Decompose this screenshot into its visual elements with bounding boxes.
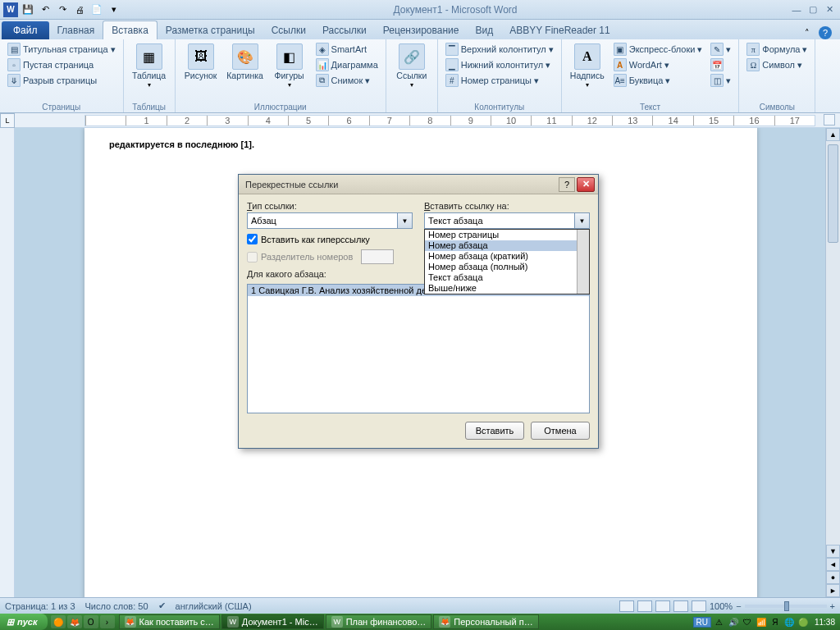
clock[interactable]: 11:38: [815, 618, 835, 627]
minimize-ribbon-icon[interactable]: ˄: [801, 26, 814, 39]
wordart-button[interactable]: AWordArt ▾: [611, 57, 705, 72]
maximize-icon[interactable]: ▢: [806, 4, 820, 16]
insert-as-input[interactable]: [424, 212, 575, 229]
zoom-in-icon[interactable]: +: [830, 601, 835, 611]
dropdown-option[interactable]: Номер страницы: [425, 230, 589, 240]
dropdown-option[interactable]: Номер абзаца (полный): [425, 262, 589, 272]
header-button[interactable]: ▔Верхний колонтитул ▾: [443, 42, 556, 57]
scroll-up-icon[interactable]: ▲: [826, 128, 840, 141]
minimize-icon[interactable]: ―: [789, 4, 804, 16]
dropdown-scrollbar[interactable]: [577, 230, 589, 294]
dialog-close-icon[interactable]: ✕: [577, 177, 595, 192]
type-combo[interactable]: ▼: [247, 212, 413, 229]
print-icon[interactable]: 🖨: [72, 2, 87, 17]
symbol-button[interactable]: ΩСимвол ▾: [744, 57, 810, 72]
dropcap-button[interactable]: A≡Буквица ▾: [611, 73, 705, 88]
tray-icon[interactable]: 🛡: [742, 616, 753, 628]
new-icon[interactable]: 📄: [89, 2, 104, 17]
web-view[interactable]: [655, 600, 670, 612]
clipart-button[interactable]: 🎨Картинка: [225, 42, 266, 101]
ql-icon[interactable]: 🦊: [67, 615, 82, 628]
browse-object-icon[interactable]: ●: [826, 571, 840, 584]
dialog-help-icon[interactable]: ?: [559, 177, 575, 192]
insert-button[interactable]: Вставить: [465, 422, 524, 440]
tab-abbyy[interactable]: ABBYY FineReader 11: [501, 21, 619, 39]
taskbar-task[interactable]: WПлан финансово…: [326, 614, 432, 629]
tray-icon[interactable]: Я: [769, 616, 781, 628]
ql-icon[interactable]: ›: [100, 615, 115, 628]
shapes-button[interactable]: ◧Фигуры▾: [269, 42, 310, 101]
ql-icon[interactable]: 🟠: [51, 615, 66, 628]
tray-icon[interactable]: 🔊: [728, 616, 739, 628]
insert-as-combo[interactable]: ▼: [424, 212, 590, 229]
scroll-thumb[interactable]: [828, 144, 838, 243]
insert-as-dropdown[interactable]: Номер страницы Номер абзаца Номер абзаца…: [424, 229, 590, 294]
tray-icon[interactable]: 📶: [756, 616, 767, 628]
horizontal-ruler[interactable]: 1234567891011121314151617: [84, 115, 815, 126]
qat-more-icon[interactable]: ▾: [107, 2, 121, 17]
undo-icon[interactable]: ↶: [38, 2, 52, 17]
zoom-knob[interactable]: [784, 601, 789, 611]
outline-view[interactable]: [673, 600, 688, 612]
zoom-level[interactable]: 100%: [710, 601, 733, 611]
dropdown-option[interactable]: Номер абзаца (краткий): [425, 251, 589, 262]
hyperlink-checkbox-row[interactable]: Вставить как гиперссылку: [247, 234, 413, 244]
vertical-ruler[interactable]: [0, 128, 15, 597]
dialog-titlebar[interactable]: Перекрестные ссылки ? ✕: [239, 175, 598, 194]
tab-mailings[interactable]: Рассылки: [314, 21, 375, 39]
tab-references[interactable]: Ссылки: [263, 21, 314, 39]
chevron-down-icon[interactable]: ▼: [575, 212, 590, 229]
object-button[interactable]: ◫▾: [708, 73, 733, 88]
quickparts-button[interactable]: ▣Экспресс-блоки ▾: [611, 42, 705, 57]
language-status[interactable]: английский (США): [176, 601, 252, 611]
taskbar-task[interactable]: WДокумент1 - Mic…: [221, 614, 324, 629]
tab-page-layout[interactable]: Разметка страницы: [158, 21, 263, 39]
proofing-icon[interactable]: ✔: [158, 600, 166, 611]
chart-button[interactable]: 📊Диаграмма: [313, 57, 381, 72]
fullscreen-view[interactable]: [637, 600, 652, 612]
tab-selector[interactable]: L: [0, 113, 15, 128]
tab-view[interactable]: Вид: [467, 21, 501, 39]
prev-page-icon[interactable]: ◄: [826, 558, 840, 571]
zoom-out-icon[interactable]: −: [736, 601, 741, 611]
datetime-button[interactable]: 📅: [708, 57, 733, 72]
draft-view[interactable]: [692, 600, 706, 612]
ql-icon[interactable]: O: [84, 615, 98, 628]
document-text[interactable]: редактируется в последнюю [1].: [109, 136, 733, 151]
equation-button[interactable]: πФормула ▾: [744, 42, 810, 57]
tab-insert[interactable]: Вставка: [103, 21, 158, 39]
dropdown-option[interactable]: Текст абзаца: [425, 272, 589, 283]
screenshot-button[interactable]: ⧉Снимок ▾: [313, 73, 381, 88]
blank-page-button[interactable]: ▫Пустая страница: [5, 57, 118, 72]
tray-icon[interactable]: 🟢: [797, 616, 809, 628]
page-status[interactable]: Страница: 1 из 3: [5, 601, 75, 611]
language-indicator[interactable]: RU: [693, 617, 711, 628]
word-icon[interactable]: W: [3, 2, 18, 17]
textbox-button[interactable]: AНадпись▾: [567, 42, 608, 101]
next-page-icon[interactable]: ►: [826, 584, 840, 597]
signature-button[interactable]: ✎▾: [708, 42, 733, 57]
close-icon[interactable]: ✕: [822, 4, 837, 16]
tray-icon[interactable]: 🌐: [783, 616, 795, 628]
tray-icon[interactable]: ⚠: [714, 616, 725, 628]
page-break-button[interactable]: ⤋Разрыв страницы: [5, 73, 118, 88]
page-number-button[interactable]: #Номер страницы ▾: [443, 73, 556, 88]
paragraph-listbox[interactable]: 1 Савицкая Г.В. Анализ хозяйственной де…: [247, 284, 590, 413]
type-input[interactable]: [247, 212, 398, 229]
picture-button[interactable]: 🖼Рисунок: [180, 42, 221, 101]
cancel-button[interactable]: Отмена: [531, 422, 590, 440]
links-button[interactable]: 🔗Ссылки▾: [391, 42, 432, 101]
chevron-down-icon[interactable]: ▼: [398, 212, 413, 229]
table-button[interactable]: ▦Таблица▾: [129, 42, 170, 101]
print-layout-view[interactable]: [619, 600, 634, 612]
word-count[interactable]: Число слов: 50: [85, 601, 148, 611]
tab-review[interactable]: Рецензирование: [375, 21, 468, 39]
save-icon[interactable]: 💾: [21, 2, 35, 17]
footer-button[interactable]: ▁Нижний колонтитул ▾: [443, 57, 556, 72]
start-button[interactable]: ⊞пуск: [0, 614, 48, 630]
tab-home[interactable]: Главная: [49, 21, 103, 39]
zoom-slider[interactable]: [745, 605, 827, 608]
smartart-button[interactable]: ◈SmartArt: [313, 42, 381, 57]
dropdown-option[interactable]: Номер абзаца: [425, 240, 589, 251]
taskbar-task[interactable]: 🦊Как поставить с…: [119, 614, 220, 629]
